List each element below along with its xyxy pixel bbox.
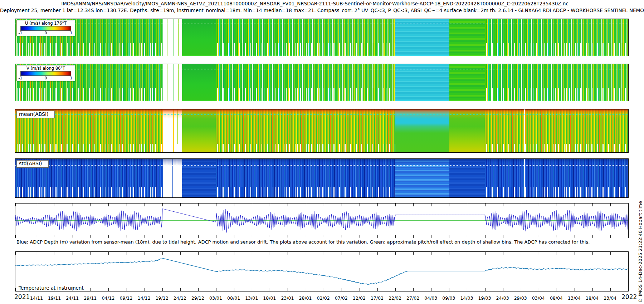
imos-copyright-watermark: © IMOS 14-Dec-2025 21:22:40 Hobart time [638,201,643,303]
heatmap-bottom-gap-comb [485,43,628,56]
x-axis-date-label: 04/12 [102,295,114,301]
heatmap-segment-sparse [162,64,182,101]
mean-absi-label: mean(ABSI) [16,111,55,118]
heatmap-segment-barcode [485,109,628,152]
x-axis-date-label: 03/04 [532,295,545,301]
x-axis-date-label: 27/02 [406,295,419,301]
heatmap-bottom-gap-comb [485,88,628,101]
heatmap-segment-barcode [216,159,395,197]
heatmap-bottom-gap-comb [15,43,162,56]
std-absi-label: std(ABSI) [16,160,49,168]
u-legend-title: U (m/s) along 176°T [17,20,75,26]
heatmap-bottom-gap-comb [485,187,628,197]
heatmap-segment-cyan [395,19,449,56]
heatmap-segment-barcode [485,159,628,197]
colorbar-tick-label: 1 [70,76,73,80]
colorbar-tick-label: -1 [19,76,23,80]
heatmap-segment-solid [182,19,216,56]
temperature-chart [15,252,628,291]
y-tick-mark [15,19,15,19]
heatmap-segment-barcode [216,19,395,56]
x-axis-date-label: 24/11 [66,295,79,301]
x-axis-date-label: 23/04 [604,295,616,301]
depth-caption: Blue: ADCP Depth (m) variation from sens… [16,239,590,245]
x-axis-date-label: 02/02 [317,295,330,301]
v-colorbar-gradient [20,71,71,76]
depth-variation-chart [15,204,628,238]
y-tick-mark [15,109,15,110]
colorbar-tick-label: -1 [19,31,23,35]
x-axis-date-label: 12/02 [353,295,366,301]
temp-panel-top-ticks [15,252,628,255]
y-tick-mark [15,159,15,159]
heatmap-segment-green [449,19,485,56]
panel-mean-absi-heatmap: mean(ABSI) 0-10 [15,109,629,153]
panel-temperature: Temperature at instrument 3332313029 [15,251,629,291]
x-axis-date-label: 29/11 [84,295,97,301]
heatmap-segment-light [395,159,449,197]
heatmap-bottom-gap-comb [15,187,162,197]
heatmap-segment-barcode [216,109,395,152]
x-axis-date-labels: 14/1119/1124/1129/1104/1209/1214/1219/12… [15,295,629,303]
x-axis-date-label: 19/03 [478,295,491,301]
x-axis-date-label: 13/04 [568,295,581,301]
temp-panel-bottom-ticks [15,288,628,291]
heatmap-segment-cyan [395,64,449,101]
y-tick-mark [15,213,15,214]
x-axis-date-label: 08/04 [550,295,563,301]
x-axis-year-end: 2022 [621,293,637,300]
data-gap-white-line [524,159,525,197]
y-tick-mark [15,36,15,37]
heatmap-segment-solid [182,159,216,197]
x-axis-date-label: 08/01 [227,295,240,301]
x-axis-date-label: 13/01 [245,295,258,301]
x-axis-date-label: 14/12 [138,295,151,301]
x-axis-date-label: 23/01 [281,295,294,301]
deployment-subtitle: Deployment 25, member 1 lat=12.34S lon=1… [0,8,630,13]
x-axis-date-label: 09/12 [119,295,132,301]
x-axis-date-label: 07/02 [335,295,348,301]
x-axis-date-label: 24/03 [496,295,509,301]
x-axis-date-label: 18/04 [586,295,599,301]
depth-variation-line [15,209,628,233]
y-tick-mark [15,287,15,288]
y-tick-mark [15,279,15,279]
u-colorbar-legend: U (m/s) along 176°T -101 [16,20,75,36]
heatmap-bottom-gap-comb [216,43,395,56]
x-axis-date-label: 14/11 [30,295,43,301]
heatmap-bottom-gap-comb [485,144,628,152]
heatmap-segment-solid [449,159,485,197]
heatmap-segment-sparse [162,109,182,152]
heatmap-segment-solid [449,109,485,152]
x-axis-date-label: 22/02 [389,295,401,301]
depth-panel-bottom-ticks [15,235,628,238]
panel-std-absi-heatmap: std(ABSI) 0-10 [15,158,629,198]
heatmap-segment-barcode [485,19,628,56]
panel-depth-variation: 420-2-4 [15,203,629,238]
y-tick-mark [15,262,15,262]
v-legend-title: V (m/s) along 86°T [17,65,75,71]
heatmap-segment-green [449,64,485,101]
heatmap-segment-barcode [485,64,628,101]
y-tick-mark [15,64,15,64]
heatmap-bottom-gap-comb [216,88,395,101]
x-axis-date-label: 17/02 [371,295,384,301]
heatmap-segment-sparse [162,159,182,197]
panel-v-velocity-heatmap: V (m/s) along 86°T -101 0-10 [15,64,629,101]
surface-dotted-line [15,24,628,24]
surface-dotted-line [15,165,628,166]
x-axis-date-label: 19/11 [48,295,61,301]
heatmap-bottom-gap-comb [162,43,182,56]
x-axis-date-label: 18/01 [263,295,276,301]
x-axis-date-label: 04/03 [424,295,437,301]
y-tick-mark [15,177,15,178]
heatmap-segment-cyan [395,109,449,152]
colorbar-tick-label: 1 [70,31,73,35]
u-colorbar-gradient [20,26,71,31]
adcp-qc-report-page: IMOS/ANMN/NRS/NRSDAR/Velocity/IMOS_ANMN-… [0,0,644,304]
temperature-line [15,258,628,285]
heatmap-bottom-gap-comb [15,88,162,101]
heatmap-segment-solid [182,109,216,152]
panel-u-velocity-heatmap: U (m/s) along 176°T -101 0-10 [15,19,629,56]
y-tick-mark [15,270,15,270]
